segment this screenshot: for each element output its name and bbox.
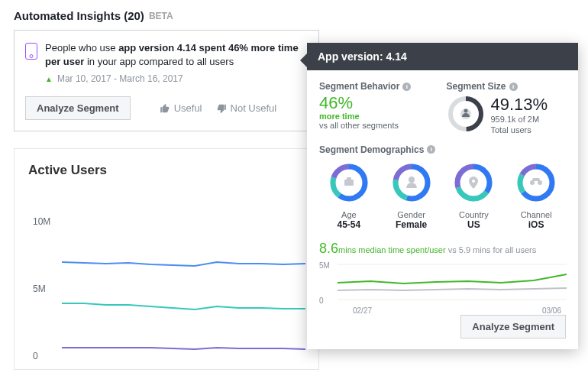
insights-title: Automated Insights (20) xyxy=(14,9,144,22)
behavior-label: Segment Behaviori xyxy=(319,81,439,92)
donut-chart-icon xyxy=(515,161,557,204)
info-icon[interactable]: i xyxy=(427,145,435,154)
segment-popover: App version: 4.14 Segment Behaviori 46% … xyxy=(307,43,578,349)
demo-gender: Gender Female xyxy=(382,161,441,230)
demo-age: Age 45-54 xyxy=(319,161,379,230)
mini-chart-svg xyxy=(338,260,567,303)
thumb-down-icon xyxy=(216,103,227,114)
insight-date-range: ▲ Mar 10, 2017 - March 16, 2017 xyxy=(45,73,306,84)
svg-point-14 xyxy=(409,177,415,183)
y-tick: 0 xyxy=(33,351,38,361)
popover-analyze-segment-button[interactable]: Analyze Segment xyxy=(460,315,566,339)
demo-country: Country US xyxy=(444,161,504,230)
useful-button[interactable]: Useful xyxy=(160,102,202,114)
info-icon[interactable]: i xyxy=(402,83,411,91)
chart-title: Active Users xyxy=(28,163,315,178)
mini-y-tick: 5M xyxy=(319,261,330,270)
behavior-sub2: vs all other segments xyxy=(319,121,439,130)
mini-line-chart: 5M 0 02/27 03/06 xyxy=(319,260,566,315)
svg-rect-8 xyxy=(344,180,354,186)
active-users-chart: Active Users 10M 5M 0 xyxy=(14,148,319,370)
beta-badge: BETA xyxy=(149,11,173,21)
svg-rect-9 xyxy=(347,177,351,180)
svg-rect-26 xyxy=(532,178,540,181)
insight-text: People who use app version 4.14 spent 46… xyxy=(45,41,306,69)
line-chart-svg xyxy=(62,199,306,360)
thumb-up-icon xyxy=(160,103,170,114)
mini-x-tick: 03/06 xyxy=(542,306,561,315)
median-time-row: 8.6mins median time spent/user vs 5.9 mi… xyxy=(319,241,566,257)
y-tick: 5M xyxy=(33,283,46,294)
size-percent: 49.13% xyxy=(491,95,548,115)
demographics-label: Segment Demographicsi xyxy=(319,144,566,155)
analyze-segment-button[interactable]: Analyze Segment xyxy=(25,96,131,120)
size-sub2: Total users xyxy=(491,125,548,135)
insight-card: People who use app version 4.14 spent 46… xyxy=(14,30,319,131)
insights-header: Automated Insights (20) BETA xyxy=(14,9,574,22)
donut-chart-icon xyxy=(328,161,370,204)
not-useful-button[interactable]: Not Useful xyxy=(216,102,277,114)
behavior-sub: more time xyxy=(319,112,439,121)
donut-chart-icon xyxy=(390,161,433,204)
info-icon[interactable]: i xyxy=(509,83,518,91)
size-sub1: 959.1k of 2M xyxy=(491,115,548,125)
demo-channel: Channel iOS xyxy=(506,161,566,230)
svg-point-19 xyxy=(472,180,475,183)
mini-y-tick: 0 xyxy=(319,296,324,305)
svg-point-3 xyxy=(464,109,467,113)
phone-icon xyxy=(25,43,37,60)
trend-up-icon: ▲ xyxy=(45,75,53,83)
y-tick: 10M xyxy=(33,216,50,227)
donut-chart-icon xyxy=(452,161,495,204)
popover-title: App version: 4.14 xyxy=(307,43,578,70)
size-donut-icon xyxy=(447,95,485,133)
size-label: Segment Sizei xyxy=(447,81,567,92)
mini-x-tick: 02/27 xyxy=(353,306,372,315)
behavior-value: 46% xyxy=(319,95,439,112)
